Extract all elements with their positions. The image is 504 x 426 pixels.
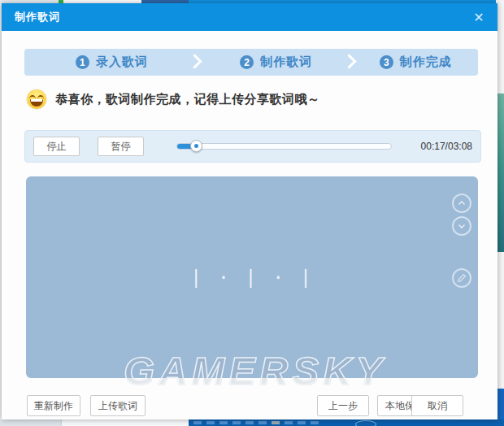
lyrics-panel: | · | · | <box>26 176 478 378</box>
screen: 制作歌词 ✕ 1 录入歌词 2 制作歌词 3 制作完成 <box>0 0 504 426</box>
step-make-lyrics: 2 制作歌词 <box>199 49 354 76</box>
taskbar-dash <box>259 421 267 424</box>
make-lyrics-dialog: 制作歌词 ✕ 1 录入歌词 2 制作歌词 3 制作完成 <box>2 3 497 419</box>
pencil-icon <box>457 273 467 283</box>
edit-button[interactable] <box>452 268 471 288</box>
taskbar-dash <box>193 421 202 424</box>
pause-button[interactable]: 暂停 <box>98 137 144 156</box>
background-bottom-strip <box>0 419 504 426</box>
taskbar-ring <box>355 420 376 426</box>
step-number-badge: 2 <box>240 55 254 69</box>
congrats-message-row: 恭喜你，歌词制作完成，记得上传分享歌词哦～ <box>26 88 320 111</box>
congrats-text: 恭喜你，歌词制作完成，记得上传分享歌词哦～ <box>55 92 320 107</box>
step-number-badge: 3 <box>380 55 393 69</box>
taskbar-dash <box>232 421 241 424</box>
step-enter-lyrics: 1 录入歌词 <box>24 49 199 76</box>
cancel-button[interactable]: 取消 <box>411 395 463 416</box>
step-indicator: 1 录入歌词 2 制作歌词 3 制作完成 <box>24 49 478 76</box>
title-bar: 制作歌词 ✕ <box>2 3 497 31</box>
chevron-down-icon <box>457 221 467 231</box>
taskbar-dash <box>219 421 228 424</box>
upload-lyrics-button[interactable]: 上传歌词 <box>90 395 146 416</box>
taskbar-dash <box>206 421 215 424</box>
time-display: 00:17/03:08 <box>421 141 472 152</box>
progress-slider[interactable] <box>176 143 392 150</box>
previous-step-button[interactable]: 上一步 <box>317 395 369 416</box>
footer-button-row: 重新制作 上传歌词 上一步 本地保存 取消 <box>2 395 497 416</box>
dialog-title: 制作歌词 <box>15 10 60 24</box>
taskbar-dash <box>272 421 280 424</box>
step-complete: 3 制作完成 <box>354 49 478 76</box>
scroll-down-button[interactable] <box>452 216 471 236</box>
taskbar-dash <box>311 421 319 424</box>
chevron-up-icon <box>457 198 467 208</box>
remake-button[interactable]: 重新制作 <box>27 395 80 416</box>
scroll-up-button[interactable] <box>452 193 471 213</box>
taskbar-dash <box>285 421 293 424</box>
taskbar-dash <box>245 421 254 424</box>
step-number-badge: 1 <box>76 55 89 69</box>
progress-thumb[interactable] <box>190 140 202 152</box>
background-taskbar-sliver <box>189 419 504 426</box>
step-label: 录入歌词 <box>96 54 148 70</box>
taskbar-dash <box>298 421 306 424</box>
close-icon[interactable]: ✕ <box>467 3 491 31</box>
player-bar: 停止 暂停 00:17/03:08 <box>24 130 481 163</box>
background-white-segment <box>61 419 189 426</box>
step-label: 制作完成 <box>400 54 452 70</box>
stop-button[interactable]: 停止 <box>33 137 80 156</box>
smiley-emoji-icon <box>26 89 47 110</box>
step-label: 制作歌词 <box>260 54 312 70</box>
lyrics-timing-placeholder: | · | · | <box>26 176 478 378</box>
